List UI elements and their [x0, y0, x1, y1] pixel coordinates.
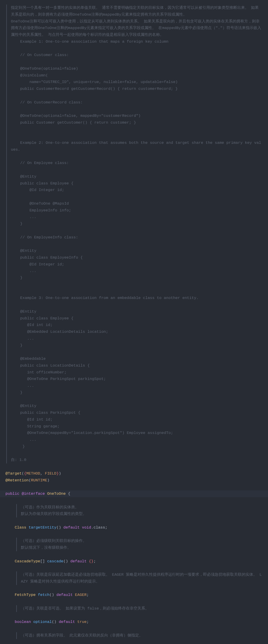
- code-block: 指定到另一个具有一对一多重性的实体的单值关联。 通常不需要明确指定关联的目标实体…: [0, 0, 268, 644]
- semi: ;: [94, 559, 96, 564]
- type-fetch: FetchType: [15, 593, 36, 597]
- empty-braces: {}: [89, 559, 93, 564]
- declaration-line: public @interface OneToOne {: [0, 490, 268, 497]
- dot-class: .class: [91, 525, 105, 530]
- comment-target1: （可选）作为关联目标的实体类。: [21, 505, 79, 510]
- example3-body: @Entity public class Employee { @Id int …: [11, 310, 173, 449]
- const-eager: EAGER: [75, 593, 87, 597]
- brackets: []: [40, 559, 45, 564]
- javadoc-fetch: （可选）关联是应该延迟加载还是必须急切地获取。 EAGER 策略是对持久性提供程…: [16, 572, 262, 585]
- javadoc-mappedby: （可选）拥有关系的字段。 此元素仅在关联的反向（非拥有）侧指定。: [16, 632, 262, 639]
- annotation-target: @Target: [6, 471, 22, 476]
- space-brace: {: [66, 492, 70, 496]
- const-field: FIELD: [45, 471, 56, 476]
- rparen: ): [59, 471, 61, 476]
- comment-target2: 默认为存储关联的字段或属性的类型。: [21, 512, 87, 516]
- method-targetentity: targetEntity: [29, 525, 56, 530]
- javadoc-class: 指定到另一个具有一对一多重性的实体的单值关联。 通常不需要明确指定关联的目标实体…: [6, 4, 262, 464]
- javadoc-cascade: （可选）必须级联到关联目标的操作。 默认情况下，没有级联操作。: [16, 538, 262, 551]
- type-class: Class: [15, 525, 26, 530]
- annotation-retention: @Retention: [6, 478, 29, 482]
- comment-mappedby: （可选）拥有关系的字段。 此元素仅在关联的反向（非拥有）侧指定。: [21, 633, 143, 638]
- comment-cascade1: （可选）必须级联到关联目标的操作。: [21, 539, 87, 543]
- comment-optional: （可选）关联是否可选。 如果设置为 false，则必须始终存在非空关系。: [21, 606, 149, 611]
- example3-title: Example 3: One-to-one association from a…: [11, 296, 198, 300]
- kw-default: default: [56, 593, 73, 597]
- const-true: true: [77, 620, 87, 624]
- void: void: [82, 525, 91, 530]
- example2-body: // On Employee class: @Entity public cla…: [11, 161, 83, 280]
- parens: (): [63, 559, 68, 564]
- lbrace: {: [24, 471, 26, 476]
- since: 自: 1.0: [11, 458, 26, 462]
- class-name: OneToOne: [47, 492, 66, 496]
- kw-interface: @interface: [22, 492, 45, 496]
- example2-title: Example 2: One-to-one association that a…: [11, 141, 261, 152]
- lparen: (: [29, 478, 31, 482]
- kw-default: default: [63, 525, 80, 530]
- example1-body: // On Customer class: @OneToOne(optional…: [11, 53, 178, 125]
- semi: ;: [87, 620, 89, 624]
- lparen: (: [22, 471, 24, 476]
- parens: (): [50, 593, 54, 597]
- type-cascade: CascadeType: [15, 559, 40, 564]
- rparen: ): [47, 478, 50, 482]
- parens: (): [52, 620, 56, 624]
- comma: ,: [40, 471, 45, 476]
- rbrace: }: [56, 471, 59, 476]
- comment-fetch: （可选）关联是应该延迟加载还是必须急切地获取。 EAGER 策略是对持久性提供程…: [21, 572, 262, 584]
- semi: ;: [87, 593, 89, 597]
- parens: (): [56, 525, 61, 530]
- kw-default: default: [70, 559, 87, 564]
- method-cascade: cascade: [47, 559, 63, 564]
- example1-title: Example 1: One-to-one association that m…: [11, 40, 168, 44]
- kw-public: public: [6, 492, 19, 496]
- comment-cascade2: 默认情况下，没有级联操作。: [21, 546, 71, 550]
- method-optional: optional: [33, 620, 52, 624]
- const-runtime: RUNTIME: [31, 478, 47, 482]
- semi: ;: [105, 525, 107, 530]
- javadoc-optional: （可选）关联是否可选。 如果设置为 false，则必须始终存在非空关系。: [16, 605, 262, 612]
- kw-boolean: boolean: [15, 620, 31, 624]
- method-fetch: fetch: [38, 593, 50, 597]
- code-content: 指定到另一个具有一对一多重性的实体的单值关联。 通常不需要明确指定关联的目标实体…: [0, 0, 268, 644]
- kw-default: default: [59, 620, 75, 624]
- const-method: METHOD: [26, 471, 40, 476]
- comment-p2: OneToOne注释可以在可嵌入类中使用，以指定从可嵌入类到实体类的关系。 如果…: [11, 19, 261, 37]
- javadoc-targetentity: （可选）作为关联目标的实体类。 默认为存储关联的字段或属性的类型。: [16, 504, 262, 518]
- comment-p1: 指定到另一个具有一对一多重性的实体的单值关联。 通常不需要明确指定关联的目标实体…: [11, 6, 259, 17]
